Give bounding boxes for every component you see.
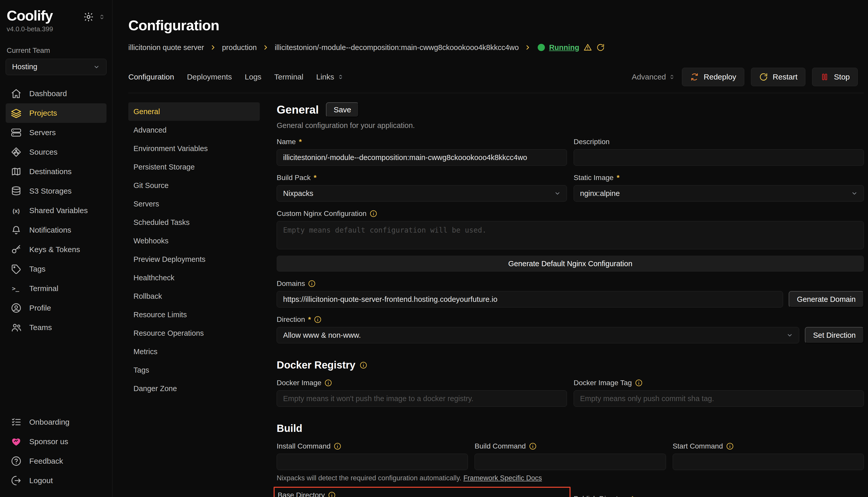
annotation-highlight-box: Base Directory <box>274 487 570 497</box>
static-image-select[interactable]: nginx:alpine <box>574 185 864 202</box>
tab-terminal[interactable]: Terminal <box>274 73 303 81</box>
restart-button[interactable]: Restart <box>751 68 805 86</box>
subnav-danger-zone[interactable]: Danger Zone <box>128 379 260 398</box>
logo-row: Coolify <box>6 8 107 24</box>
sidebar-item-sponsor[interactable]: Sponsor us <box>6 432 107 451</box>
home-icon <box>11 88 22 99</box>
generate-nginx-button[interactable]: Generate Default Nginx Configuration <box>277 256 864 272</box>
build-pack-select[interactable]: Nixpacks <box>277 185 567 202</box>
info-icon[interactable] <box>635 379 643 387</box>
docker-image-tag-field: Docker Image Tag <box>574 379 864 407</box>
chevrons-up-down-icon <box>337 74 344 80</box>
sidebar-item-terminal[interactable]: >_ Terminal <box>6 279 107 298</box>
breadcrumb: illicitonion quote server production ill… <box>128 43 864 52</box>
sidebar-item-logout[interactable]: Logout <box>6 471 107 490</box>
chevron-right-icon <box>524 44 531 51</box>
docker-image-tag-input[interactable] <box>574 390 864 407</box>
sidebar-item-profile[interactable]: Profile <box>6 298 107 318</box>
domains-input[interactable] <box>277 291 783 308</box>
static-image-label: Static Image* <box>574 173 864 182</box>
direction-select[interactable]: Allow www & non-www. <box>277 327 799 343</box>
name-input[interactable] <box>277 149 567 166</box>
set-direction-button[interactable]: Set Direction <box>805 327 864 343</box>
chevrons-up-down-icon <box>669 74 675 80</box>
breadcrumb-environment[interactable]: production <box>222 43 257 52</box>
subnav-git-source[interactable]: Git Source <box>128 176 260 195</box>
subnav-resource-limits[interactable]: Resource Limits <box>128 306 260 324</box>
generate-domain-button[interactable]: Generate Domain <box>789 291 864 308</box>
sidebar-item-feedback[interactable]: Feedback <box>6 451 107 471</box>
terminal-icon: >_ <box>11 283 22 294</box>
subnav-metrics[interactable]: Metrics <box>128 342 260 361</box>
build-command-input[interactable] <box>474 454 666 470</box>
restart-label: Restart <box>773 73 798 81</box>
current-team-label: Current Team <box>6 46 107 55</box>
sidebar-item-notifications[interactable]: Notifications <box>6 220 107 240</box>
subnav-tags[interactable]: Tags <box>128 361 260 379</box>
info-icon[interactable] <box>334 442 341 450</box>
start-command-input[interactable] <box>673 454 864 470</box>
save-button[interactable]: Save <box>326 102 359 117</box>
sidebar-item-s3-storages[interactable]: S3 Storages <box>6 181 107 201</box>
bell-icon <box>11 225 22 236</box>
info-icon[interactable] <box>360 361 367 369</box>
info-icon[interactable] <box>529 442 537 450</box>
breadcrumb-application[interactable]: illicitestonion/-module--decomposition:m… <box>275 43 519 52</box>
subnav-servers[interactable]: Servers <box>128 195 260 213</box>
subnav-healthcheck[interactable]: Healthcheck <box>128 269 260 287</box>
tag-icon <box>11 264 22 274</box>
subnav-scheduled-tasks[interactable]: Scheduled Tasks <box>128 213 260 231</box>
stop-button[interactable]: Stop <box>812 68 858 86</box>
install-command-field: Install Command <box>277 442 468 470</box>
theme-switcher-chevrons-icon[interactable] <box>98 13 106 20</box>
info-icon[interactable] <box>314 316 321 323</box>
tab-deployments[interactable]: Deployments <box>187 73 232 81</box>
breadcrumb-project[interactable]: illicitonion quote server <box>128 43 204 52</box>
subnav-rollback[interactable]: Rollback <box>128 287 260 306</box>
advanced-label: Advanced <box>632 73 666 81</box>
info-icon[interactable] <box>325 379 332 387</box>
sidebar-item-projects[interactable]: Projects <box>6 103 107 123</box>
subnav-resource-operations[interactable]: Resource Operations <box>128 324 260 342</box>
tab-configuration[interactable]: Configuration <box>128 73 174 81</box>
subnav-general[interactable]: General <box>128 102 260 121</box>
warning-icon[interactable] <box>583 43 592 52</box>
info-icon[interactable] <box>370 210 377 217</box>
sidebar-item-shared-variables[interactable]: (x) Shared Variables <box>6 201 107 220</box>
sidebar-item-destinations[interactable]: Destinations <box>6 162 107 181</box>
custom-nginx-textarea[interactable] <box>277 221 864 249</box>
base-directory-field: Base Directory <box>278 491 566 497</box>
subnav-webhooks[interactable]: Webhooks <box>128 231 260 250</box>
redeploy-button[interactable]: Redeploy <box>682 68 744 86</box>
sidebar-item-onboarding[interactable]: Onboarding <box>6 412 107 432</box>
theme-sun-icon[interactable] <box>83 12 94 22</box>
docker-registry-heading: Docker Registry <box>277 359 864 371</box>
name-label: Name* <box>277 138 567 146</box>
status-running-link[interactable]: Running <box>549 43 579 52</box>
docker-image-input[interactable] <box>277 390 567 407</box>
sidebar-item-sources[interactable]: Sources <box>6 142 107 162</box>
refresh-icon[interactable] <box>596 43 605 52</box>
info-icon[interactable] <box>726 442 734 450</box>
status-badge: Running <box>538 43 605 52</box>
tab-links[interactable]: Links <box>316 73 344 81</box>
framework-docs-link[interactable]: Framework Specific Docs <box>463 474 542 482</box>
tab-logs[interactable]: Logs <box>245 73 262 81</box>
sidebar-item-teams[interactable]: Teams <box>6 318 107 337</box>
subnav-environment-variables[interactable]: Environment Variables <box>128 139 260 158</box>
sidebar-item-tags[interactable]: Tags <box>6 259 107 279</box>
description-input[interactable] <box>574 149 864 166</box>
sidebar-item-keys-tokens[interactable]: Keys & Tokens <box>6 240 107 259</box>
info-icon[interactable] <box>308 280 316 287</box>
install-command-input[interactable] <box>277 454 468 470</box>
subnav-preview-deployments[interactable]: Preview Deployments <box>128 250 260 269</box>
key-icon <box>11 244 22 255</box>
docker-image-label: Docker Image <box>277 379 567 387</box>
sidebar-item-dashboard[interactable]: Dashboard <box>6 84 107 103</box>
subnav-persistent-storage[interactable]: Persistent Storage <box>128 158 260 176</box>
sidebar-item-servers[interactable]: Servers <box>6 123 107 142</box>
subnav-advanced[interactable]: Advanced <box>128 121 260 139</box>
advanced-dropdown[interactable]: Advanced <box>632 73 675 81</box>
info-icon[interactable] <box>328 491 336 497</box>
team-select[interactable]: Hosting <box>6 59 107 75</box>
